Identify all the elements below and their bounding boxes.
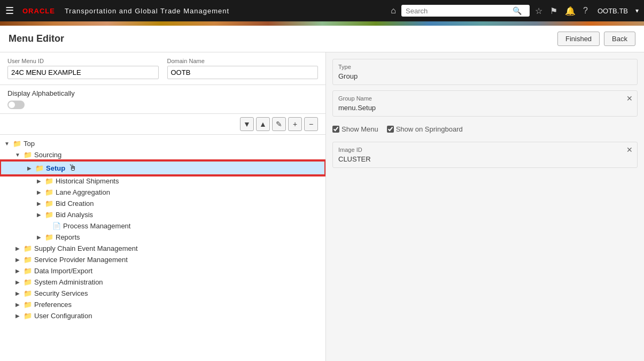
user-menu-id-label: User Menu ID	[7, 58, 159, 64]
tree-item[interactable]: ▶ 📁 Reports	[0, 232, 325, 243]
top-navigation: ☰ ORACLE Transportation and Global Trade…	[0, 0, 644, 21]
cursor-icon: 🖱	[68, 163, 77, 173]
show-menu-checkbox[interactable]	[332, 126, 339, 133]
tree-item[interactable]: ▶ 📁 Service Provider Management	[0, 254, 325, 265]
expand-icon[interactable]: ▶	[14, 301, 21, 309]
folder-icon: 📁	[24, 289, 32, 297]
expand-icon[interactable]: ▶	[14, 290, 21, 297]
expand-icon	[43, 222, 50, 230]
add-button[interactable]: +	[288, 117, 302, 131]
expand-icon[interactable]: ▶	[14, 312, 21, 320]
folder-icon: 📁	[24, 312, 32, 320]
tree-label[interactable]: Bid Analysis	[56, 211, 93, 219]
display-alpha-label: Display Alphabetically	[7, 89, 318, 97]
expand-icon[interactable]: ▶	[14, 279, 21, 286]
doc-icon: 📄	[52, 222, 61, 230]
tree-item[interactable]: ▶ 📁 Historical Shipments	[0, 175, 325, 187]
app-name: Transportation and Global Trade Manageme…	[60, 7, 229, 15]
folder-icon: 📁	[45, 188, 53, 196]
move-down-button[interactable]: ▼	[240, 117, 254, 131]
expand-icon[interactable]: ▼	[3, 140, 11, 148]
left-panel: User Menu ID Domain Name Display Alphabe…	[0, 52, 326, 361]
expand-icon[interactable]: ▶	[35, 211, 43, 219]
group-name-clear-button[interactable]: ✕	[626, 94, 633, 103]
menu-hamburger-icon[interactable]: ☰	[5, 5, 14, 17]
tree-label[interactable]: Bid Creation	[56, 199, 94, 208]
tree-label[interactable]: User Configuration	[34, 312, 92, 320]
tree-item[interactable]: ▶ 📁 Preferences	[0, 299, 325, 310]
expand-icon[interactable]: ▶	[14, 267, 21, 275]
image-id-field-group: Image ID ✕	[332, 142, 638, 168]
tree-item[interactable]: ▶ 📁 System Administration	[0, 276, 325, 288]
tree-label[interactable]: Lane Aggregation	[56, 188, 110, 196]
home-icon[interactable]: ⌂	[391, 6, 396, 16]
domain-name-input[interactable]	[167, 66, 319, 79]
type-value: Group	[338, 72, 632, 80]
image-id-clear-button[interactable]: ✕	[626, 145, 633, 154]
image-id-input[interactable]	[338, 155, 632, 163]
group-name-field-group: Group Name ✕	[332, 90, 638, 117]
tree-label[interactable]: Reports	[56, 233, 80, 241]
tree-label[interactable]: Setup	[46, 164, 65, 172]
tree-label[interactable]: Supply Chain Event Management	[34, 244, 138, 252]
tree-item[interactable]: 📄 Process Management	[0, 220, 325, 232]
tree-label[interactable]: Process Management	[63, 222, 130, 230]
type-field-group: Type Group	[332, 59, 638, 85]
user-menu-id-field: User Menu ID	[7, 58, 159, 79]
user-label[interactable]: OOTB.TB	[598, 7, 628, 15]
show-menu-checkbox-label[interactable]: Show Menu	[332, 125, 378, 133]
group-name-label: Group Name	[338, 95, 632, 102]
form-row: User Menu ID Domain Name	[0, 52, 325, 85]
tree-label[interactable]: System Administration	[34, 278, 103, 286]
expand-icon[interactable]: ▶	[35, 200, 43, 208]
tree-label[interactable]: Historical Shipments	[56, 177, 119, 185]
expand-icon[interactable]: ▶	[26, 164, 33, 172]
folder-icon: 📁	[24, 256, 32, 264]
tree-label[interactable]: Data Import/Export	[34, 267, 92, 275]
remove-button[interactable]: −	[304, 117, 318, 131]
tree-label[interactable]: Sourcing	[34, 151, 61, 159]
expand-icon[interactable]: ▶	[35, 189, 43, 196]
tree-item[interactable]: ▼ 📁 Sourcing	[0, 149, 325, 160]
bell-icon[interactable]: 🔔	[565, 6, 576, 16]
tree-item[interactable]: ▶ 📁 Security Services	[0, 288, 325, 299]
user-menu-chevron[interactable]: ▾	[635, 7, 639, 14]
show-springboard-checkbox[interactable]	[387, 126, 394, 133]
display-alpha-toggle[interactable]	[7, 101, 25, 109]
tree-item[interactable]: ▶ 📁 User Configuration	[0, 310, 325, 321]
tree-item[interactable]: ▶ 📁 Supply Chain Event Management	[0, 243, 325, 254]
expand-icon[interactable]: ▶	[35, 178, 43, 185]
page-header: Menu Editor Finished Back	[0, 26, 644, 52]
tree-item-setup[interactable]: ▶ 📁 Setup 🖱	[0, 160, 325, 175]
tree-item[interactable]: ▶ 📁 Data Import/Export	[0, 265, 325, 276]
folder-icon: 📁	[24, 244, 32, 252]
tree-label[interactable]: Service Provider Management	[34, 256, 128, 264]
move-up-button[interactable]: ▲	[256, 117, 270, 131]
search-bar[interactable]: 🔍	[401, 5, 530, 17]
edit-button[interactable]: ✎	[272, 117, 286, 131]
expand-icon[interactable]: ▶	[14, 256, 21, 264]
flag-icon[interactable]: ⚑	[550, 6, 557, 16]
star-icon[interactable]: ☆	[535, 6, 542, 16]
search-input[interactable]	[406, 7, 513, 15]
folder-icon: 📁	[24, 151, 32, 159]
tree-item[interactable]: ▼ 📁 Top	[0, 138, 325, 149]
back-button[interactable]: Back	[604, 32, 635, 46]
expand-icon[interactable]: ▼	[14, 151, 21, 159]
show-springboard-checkbox-label[interactable]: Show on Springboard	[387, 125, 463, 133]
tree-label[interactable]: Security Services	[34, 289, 88, 297]
group-name-input[interactable]	[338, 104, 632, 112]
finished-button[interactable]: Finished	[557, 32, 600, 46]
tree-item[interactable]: ▶ 📁 Bid Creation	[0, 198, 325, 209]
expand-icon[interactable]: ▶	[14, 245, 21, 252]
tree-label[interactable]: Top	[24, 140, 35, 148]
image-id-label: Image ID	[338, 147, 632, 153]
tree-item[interactable]: ▶ 📁 Lane Aggregation	[0, 187, 325, 198]
search-icon: 🔍	[513, 6, 522, 15]
help-icon[interactable]: ?	[583, 6, 588, 16]
expand-icon[interactable]: ▶	[35, 234, 43, 241]
tree-item[interactable]: ▶ 📁 Bid Analysis	[0, 209, 325, 220]
user-menu-id-input[interactable]	[7, 66, 159, 79]
tree-label[interactable]: Preferences	[34, 301, 72, 309]
folder-icon: 📁	[24, 301, 32, 309]
